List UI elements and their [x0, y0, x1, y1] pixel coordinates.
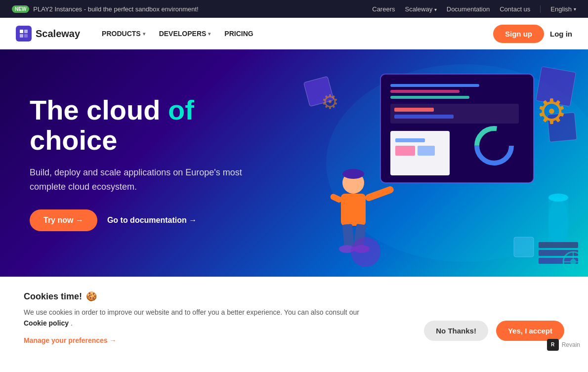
products-nav[interactable]: PRODUCTS ▾ — [96, 26, 151, 41]
language-selector[interactable]: English ▾ — [540, 5, 576, 13]
cookie-title: Cookies time! 🍪 — [24, 291, 564, 302]
top-bar-left: NEW PLAY2 Instances - build the perfect … — [12, 5, 199, 13]
svg-rect-24 — [548, 198, 568, 247]
logo[interactable]: Scaleway — [16, 26, 80, 41]
cookie-text-part1: We use cookies in order to improve our w… — [24, 308, 359, 316]
svg-rect-39 — [539, 250, 578, 256]
scaleway-link[interactable]: Scaleway ▾ — [405, 5, 437, 13]
svg-rect-3 — [24, 34, 28, 38]
hero-title: The cloud of choice — [30, 95, 247, 156]
svg-rect-14 — [394, 115, 454, 119]
nav-links: PRODUCTS ▾ DEVELOPERS ▾ PRICING — [96, 26, 259, 41]
logo-text: Scaleway — [36, 28, 80, 40]
top-bar-right: Careers Scaleway ▾ Documentation Contact… — [372, 5, 576, 13]
hero-illustration: ⚙ ⚙ — [267, 49, 588, 277]
nav-left: Scaleway PRODUCTS ▾ DEVELOPERS ▾ PRICING — [16, 26, 259, 41]
svg-rect-2 — [20, 34, 23, 38]
svg-rect-38 — [539, 242, 578, 248]
hero-buttons: Try now → Go to documentation → — [30, 209, 247, 231]
cookie-emoji: 🍪 — [86, 291, 97, 302]
no-thanks-button[interactable]: No Thanks! — [424, 321, 488, 341]
developers-chevron: ▾ — [208, 31, 210, 37]
hero-subtitle: Build, deploy and scale applications on … — [30, 165, 247, 194]
svg-rect-11 — [390, 96, 469, 99]
language-label: English — [550, 5, 572, 13]
nav-right: Sign up Log in — [493, 25, 572, 43]
svg-point-35 — [351, 237, 380, 267]
svg-rect-28 — [341, 194, 366, 226]
cookie-banner-wrapper: Cookies time! 🍪 We use cookies in order … — [0, 277, 588, 359]
svg-rect-19 — [395, 146, 415, 156]
manage-preferences-link[interactable]: Manage your preferences → — [24, 336, 117, 344]
new-badge: NEW — [12, 5, 29, 13]
revain-label: Revain — [562, 341, 580, 348]
hero-section: The cloud of choice Build, deploy and sc… — [0, 49, 588, 277]
cookie-actions: No Thanks! Yes, I accept — [424, 321, 564, 341]
cookie-text: We use cookies in order to improve our w… — [24, 307, 360, 329]
revain-icon: R — [547, 339, 559, 351]
svg-point-27 — [342, 169, 364, 179]
cookie-banner: Cookies time! 🍪 We use cookies in order … — [0, 277, 588, 359]
signup-button[interactable]: Sign up — [493, 25, 544, 43]
svg-rect-18 — [395, 138, 425, 142]
svg-rect-37 — [514, 237, 534, 257]
hero-content: The cloud of choice Build, deploy and sc… — [0, 95, 277, 232]
try-now-button[interactable]: Try now → — [30, 209, 97, 231]
login-button[interactable]: Log in — [550, 30, 572, 38]
svg-text:⚙: ⚙ — [321, 91, 339, 113]
svg-rect-12 — [390, 104, 519, 124]
svg-point-42 — [570, 259, 576, 265]
svg-rect-1 — [24, 30, 28, 33]
svg-rect-0 — [20, 30, 23, 33]
contact-link[interactable]: Contact us — [500, 5, 530, 13]
cookie-policy-link[interactable]: Cookie policy — [24, 319, 69, 327]
announcement-text: PLAY2 Instances - build the perfect sand… — [33, 5, 198, 13]
documentation-link[interactable]: Documentation — [447, 5, 490, 13]
hero-title-part2: choice — [30, 124, 117, 156]
revain-badge: R Revain — [547, 339, 580, 351]
svg-point-25 — [548, 194, 568, 202]
cookie-title-text: Cookies time! — [24, 291, 82, 302]
hero-title-accent: of — [168, 94, 194, 125]
accept-button[interactable]: Yes, I accept — [496, 321, 564, 341]
lang-chevron: ▾ — [574, 6, 576, 12]
main-nav: Scaleway PRODUCTS ▾ DEVELOPERS ▾ PRICING… — [0, 18, 588, 49]
developers-nav[interactable]: DEVELOPERS ▾ — [153, 26, 217, 41]
top-bar: NEW PLAY2 Instances - build the perfect … — [0, 0, 588, 18]
careers-link[interactable]: Careers — [372, 5, 395, 13]
svg-text:⚙: ⚙ — [536, 92, 567, 131]
svg-rect-13 — [394, 108, 434, 112]
svg-rect-10 — [390, 90, 460, 93]
hero-title-part1: The cloud of — [30, 94, 194, 125]
logo-icon — [16, 26, 32, 41]
pricing-nav[interactable]: PRICING — [218, 26, 259, 41]
docs-button[interactable]: Go to documentation → — [107, 216, 197, 225]
products-chevron: ▾ — [143, 31, 145, 37]
svg-rect-9 — [390, 84, 479, 87]
svg-rect-20 — [418, 146, 435, 156]
cookie-text-part2: . — [71, 319, 73, 327]
scaleway-chevron: ▾ — [434, 7, 437, 12]
